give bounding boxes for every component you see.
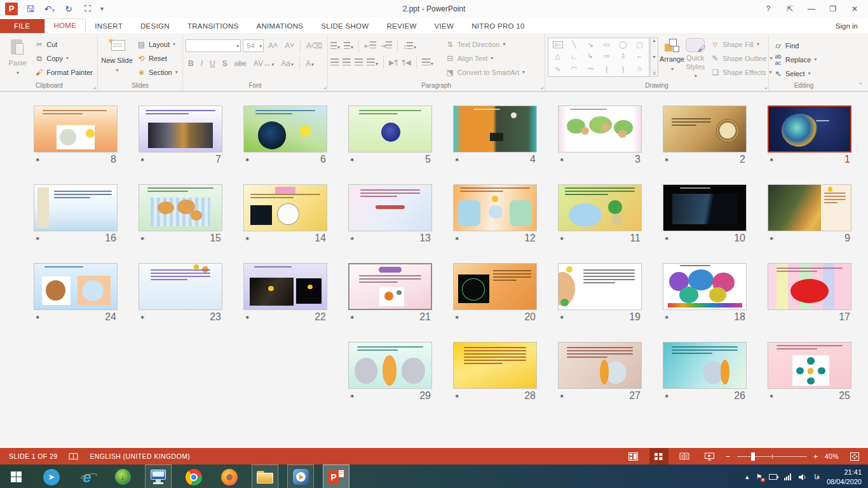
shape-fill-button[interactable]: 🜄Shape Fill▾ bbox=[709, 37, 775, 51]
network-signal-icon[interactable] bbox=[784, 473, 791, 480]
align-left-icon[interactable] bbox=[330, 57, 339, 68]
slide-thumbnail-6[interactable] bbox=[243, 105, 327, 152]
slide-thumbnail-15[interactable] bbox=[139, 184, 222, 231]
align-center-icon[interactable] bbox=[342, 57, 351, 68]
font-color-button[interactable]: A▾ bbox=[303, 58, 316, 69]
restore-icon[interactable]: ❐ bbox=[824, 2, 843, 16]
strikethrough-button[interactable]: abc bbox=[232, 58, 249, 69]
cut-button[interactable]: ✂Cut bbox=[32, 37, 95, 51]
taskbar-idm-icon[interactable]: ↓ bbox=[109, 464, 136, 488]
transition-star-icon[interactable]: ✶ bbox=[664, 393, 669, 400]
slide-thumbnail-19[interactable] bbox=[558, 263, 642, 310]
slide-thumbnail-9[interactable] bbox=[768, 184, 851, 231]
sign-in-link[interactable]: Sign in bbox=[825, 19, 868, 33]
text-shadow-button[interactable]: S bbox=[220, 58, 230, 69]
slide-thumbnail-18[interactable] bbox=[663, 263, 747, 310]
transition-star-icon[interactable]: ✶ bbox=[454, 314, 459, 321]
transition-star-icon[interactable]: ✶ bbox=[245, 156, 250, 163]
fit-slide-to-window-icon[interactable] bbox=[845, 448, 864, 464]
shape-glyph-icon[interactable]: A= bbox=[553, 41, 563, 48]
shape-glyph-icon[interactable]: ⌐ bbox=[637, 53, 641, 60]
taskbar-file-explorer-icon[interactable] bbox=[252, 464, 278, 488]
italic-button[interactable]: I bbox=[198, 58, 205, 69]
clear-formatting-icon[interactable]: A⌫ bbox=[304, 41, 325, 51]
taskbar-internet-explorer-icon[interactable]: e bbox=[74, 464, 100, 488]
numbering-icon[interactable]: ▾ bbox=[344, 40, 353, 51]
clipboard-dialog-launcher-icon[interactable]: ⌟ bbox=[93, 83, 96, 90]
close-icon[interactable]: ✕ bbox=[845, 2, 864, 16]
taskbar-telegram-icon[interactable]: ➤ bbox=[38, 464, 65, 488]
slide-thumbnail-24[interactable] bbox=[34, 263, 118, 310]
shape-glyph-icon[interactable]: ↘ bbox=[588, 41, 593, 49]
quick-styles-button[interactable]: Quick Styles ▾ bbox=[686, 36, 705, 80]
tab-insert[interactable]: INSERT bbox=[86, 19, 132, 33]
start-button[interactable] bbox=[3, 464, 29, 488]
replace-button[interactable]: abacReplace▾ bbox=[771, 53, 818, 66]
save-icon[interactable]: 🖫 bbox=[24, 4, 37, 14]
slide-show-view-icon[interactable] bbox=[700, 448, 719, 464]
transition-star-icon[interactable]: ✶ bbox=[349, 393, 355, 400]
select-button[interactable]: ⇖Select▾ bbox=[771, 67, 818, 80]
slide-thumbnail-11[interactable] bbox=[558, 184, 642, 231]
volume-icon[interactable] bbox=[798, 473, 807, 481]
align-text-button[interactable]: ⊟Align Text▾ bbox=[444, 51, 527, 65]
shape-glyph-icon[interactable]: ◯ bbox=[619, 41, 627, 49]
transition-star-icon[interactable]: ✶ bbox=[559, 156, 564, 163]
slide-thumbnail-8[interactable] bbox=[34, 105, 118, 152]
minimize-icon[interactable]: — bbox=[802, 2, 821, 16]
battery-icon[interactable] bbox=[769, 474, 777, 480]
slide-thumbnail-25[interactable] bbox=[768, 342, 851, 389]
zoom-in-icon[interactable]: + bbox=[813, 452, 818, 461]
columns-icon[interactable]: ▾ bbox=[422, 57, 433, 68]
zoom-level[interactable]: 40% bbox=[825, 452, 839, 460]
tab-review[interactable]: REVIEW bbox=[377, 19, 425, 33]
slide-thumbnail-2[interactable] bbox=[663, 105, 747, 152]
shape-glyph-icon[interactable]: △ bbox=[555, 52, 560, 60]
transition-star-icon[interactable]: ✶ bbox=[349, 156, 355, 163]
transition-star-icon[interactable]: ✶ bbox=[140, 235, 145, 242]
grow-font-icon[interactable]: A˄ bbox=[266, 41, 280, 51]
taskbar-chrome-icon[interactable] bbox=[180, 464, 207, 488]
transition-star-icon[interactable]: ✶ bbox=[454, 235, 459, 242]
shape-glyph-icon[interactable]: ⇩ bbox=[620, 52, 626, 60]
new-slide-button[interactable]: ✶ New Slide ▾ bbox=[100, 36, 133, 80]
slide-thumbnail-12[interactable] bbox=[453, 184, 537, 231]
section-button[interactable]: ⋇Section▾ bbox=[135, 65, 180, 79]
transition-star-icon[interactable]: ✶ bbox=[35, 235, 40, 242]
tab-file[interactable]: FILE bbox=[0, 19, 44, 33]
justify-icon[interactable]: ▾ bbox=[367, 57, 378, 68]
language-indicator[interactable]: ENGLISH (UNITED KINGDOM) bbox=[90, 452, 190, 460]
bullets-icon[interactable]: ▾ bbox=[330, 40, 340, 51]
spellcheck-icon[interactable] bbox=[69, 452, 78, 461]
transition-star-icon[interactable]: ✶ bbox=[664, 235, 669, 242]
slide-thumbnail-26[interactable] bbox=[663, 342, 747, 389]
collapse-ribbon-icon[interactable]: ⌃ bbox=[858, 82, 863, 88]
font-size-combo[interactable]: 54▾ bbox=[243, 39, 264, 52]
slide-thumbnail-14[interactable] bbox=[243, 184, 327, 231]
line-spacing-icon[interactable]: ↕▾ bbox=[403, 42, 416, 50]
transition-star-icon[interactable]: ✶ bbox=[664, 156, 669, 163]
transition-star-icon[interactable]: ✶ bbox=[769, 156, 774, 163]
character-spacing-button[interactable]: AV↔▾ bbox=[251, 58, 276, 69]
slide-indicator[interactable]: SLIDE 1 OF 29 bbox=[9, 452, 57, 460]
transition-star-icon[interactable]: ✶ bbox=[769, 393, 774, 400]
shapes-gallery[interactable]: A=╲↘▭◯▢△∟↳⇨⇩⌐∿◠〜{}☆ bbox=[548, 37, 649, 77]
format-painter-button[interactable]: 🖌Format Painter bbox=[32, 65, 95, 79]
slide-thumbnail-28[interactable] bbox=[453, 342, 537, 389]
customize-qat-icon[interactable]: ▾ bbox=[100, 5, 104, 12]
shape-glyph-icon[interactable]: ▢ bbox=[636, 41, 642, 49]
ribbon-display-options-icon[interactable]: ⇱ bbox=[780, 2, 799, 16]
slide-thumbnail-10[interactable] bbox=[663, 184, 747, 231]
font-dialog-launcher-icon[interactable]: ⌟ bbox=[323, 83, 326, 90]
hidden-icons-chevron[interactable]: ▴ bbox=[745, 473, 749, 481]
transition-star-icon[interactable]: ✶ bbox=[245, 235, 250, 242]
slide-thumbnail-29[interactable] bbox=[348, 342, 432, 389]
transition-star-icon[interactable]: ✶ bbox=[559, 314, 564, 321]
shape-glyph-icon[interactable]: ▭ bbox=[604, 41, 610, 49]
reading-view-icon[interactable] bbox=[675, 448, 694, 464]
shape-effects-button[interactable]: ❏Shape Effects▾ bbox=[709, 65, 775, 79]
shape-glyph-icon[interactable]: ⇨ bbox=[604, 52, 609, 60]
shape-outline-button[interactable]: ✎Shape Outline▾ bbox=[709, 51, 775, 65]
slide-thumbnail-13[interactable] bbox=[348, 184, 432, 231]
tab-transitions[interactable]: TRANSITIONS bbox=[179, 19, 248, 33]
